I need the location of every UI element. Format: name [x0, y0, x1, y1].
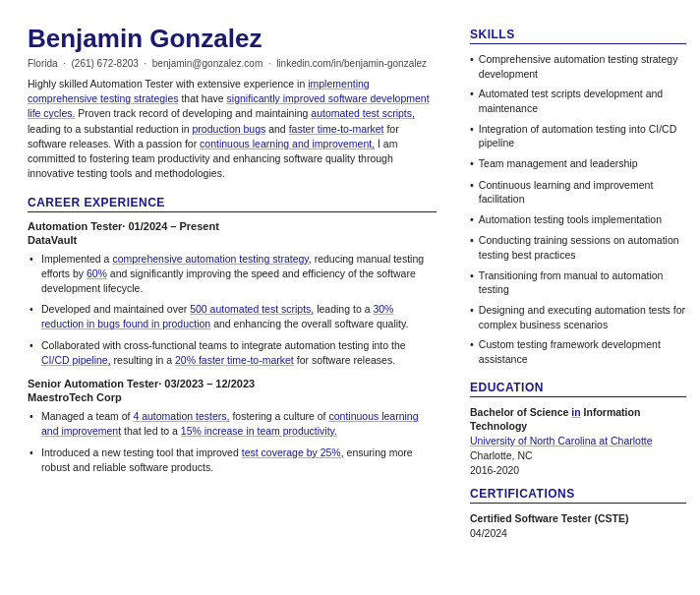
skill-text-3: Integration of automation testing into C…	[479, 122, 686, 150]
skill-item-5: • Continuous learning and improvement fa…	[470, 178, 686, 207]
right-column: SKILLS • Comprehensive automation testin…	[460, 24, 686, 539]
skill-bullet-1: •	[470, 52, 474, 67]
job2-bullets: Managed a team of 4 automation testers, …	[28, 409, 437, 475]
skill-text-6: Automation testing tools implementation	[479, 212, 662, 227]
skill-bullet-8: •	[470, 268, 474, 283]
job2-bullet-1: Managed a team of 4 automation testers, …	[28, 409, 437, 439]
skill-text-2: Automated test scripts development and m…	[479, 87, 686, 115]
company-2: MaestroTech Corp	[28, 391, 437, 403]
skill-item-6: • Automation testing tools implementatio…	[470, 212, 686, 227]
skill-item-2: • Automated test scripts development and…	[470, 87, 686, 115]
skill-item-7: • Conducting training sessions on automa…	[470, 233, 686, 262]
education-section: EDUCATION Bachelor of Science in Informa…	[470, 381, 686, 477]
left-column: Benjamin Gonzalez Florida · (261) 672-82…	[28, 24, 460, 539]
skill-bullet-2: •	[470, 87, 474, 101]
skill-text-8: Transitioning from manual to automation …	[479, 268, 686, 297]
certifications-title: CERTIFICATIONS	[470, 487, 686, 504]
skill-item-8: • Transitioning from manual to automatio…	[470, 268, 686, 297]
skill-bullet-6: •	[470, 212, 474, 227]
cert-name-1: Certified Software Tester (CSTE)	[470, 512, 628, 524]
skill-text-5: Continuous learning and improvement faci…	[479, 178, 686, 207]
skill-item-10: • Custom testing framework development a…	[470, 337, 686, 366]
skill-item-3: • Integration of automation testing into…	[470, 122, 686, 150]
skill-bullet-4: •	[470, 156, 474, 171]
job1-bullet-3: Collaborated with cross-functional teams…	[28, 338, 437, 368]
location: Florida	[28, 58, 58, 69]
job1-bullets: Implemented a comprehensive automation t…	[28, 252, 437, 369]
skill-item-1: • Comprehensive automation testing strat…	[470, 52, 686, 81]
job2-title: Senior Automation Tester·	[28, 378, 161, 389]
skill-text-9: Designing and executing automation tests…	[479, 303, 686, 331]
skill-item-4: • Team management and leadership	[470, 156, 686, 171]
skill-bullet-5: •	[470, 178, 474, 193]
job2-bullet-2: Introduced a new testing tool that impro…	[28, 446, 437, 475]
skill-bullet-10: •	[470, 337, 474, 352]
job1-dates: 01/2024 – Present	[128, 220, 218, 232]
job1-bullet-2: Developed and maintained over 500 automa…	[28, 302, 437, 331]
skill-bullet-3: •	[470, 122, 474, 137]
skill-text-10: Custom testing framework development ass…	[479, 337, 686, 366]
skill-item-9: • Designing and executing automation tes…	[470, 303, 686, 331]
skill-bullet-7: •	[470, 233, 474, 248]
certifications-section: CERTIFICATIONS Certified Software Tester…	[470, 487, 686, 539]
education-title: EDUCATION	[470, 381, 686, 397]
career-experience-title: CAREER EXPERIENCE	[28, 196, 437, 212]
candidate-name: Benjamin Gonzalez	[28, 24, 437, 54]
cert-date-1: 04/2024	[470, 527, 686, 539]
edu-dates: 2016-2020	[470, 463, 686, 478]
job2-dates: 03/2023 – 12/2023	[164, 378, 255, 389]
linkedin: linkedin.com/in/benjamin-gonzalez	[276, 58, 427, 69]
skill-text-1: Comprehensive automation testing strateg…	[479, 52, 686, 81]
phone: (261) 672-8203	[71, 58, 138, 69]
skill-text-4: Team management and leadership	[479, 156, 638, 171]
job-title-1: Automation Tester· 01/2024 – Present	[28, 220, 437, 232]
edu-degree: Bachelor of Science in Information Techn…	[470, 405, 686, 434]
page-container: Benjamin Gonzalez Florida · (261) 672-82…	[0, 0, 700, 559]
email: benjamin@gonzalez.com	[152, 58, 262, 69]
skill-text-7: Conducting training sessions on automati…	[479, 233, 686, 262]
edu-location: Charlotte, NC	[470, 448, 686, 463]
skills-section: SKILLS • Comprehensive automation testin…	[470, 28, 686, 367]
cert-item-1: Certified Software Tester (CSTE)	[470, 511, 686, 527]
contact-line: Florida · (261) 672-8203 · benjamin@gonz…	[28, 58, 437, 69]
edu-school: University of North Carolina at Charlott…	[470, 434, 686, 448]
skill-bullet-9: •	[470, 303, 474, 318]
job1-title: Automation Tester·	[28, 220, 125, 232]
skills-title: SKILLS	[470, 28, 686, 44]
summary-text: Highly skilled Automation Tester with ex…	[28, 77, 437, 182]
job1-bullet-1: Implemented a comprehensive automation t…	[28, 252, 437, 297]
job-title-2: Senior Automation Tester· 03/2023 – 12/2…	[28, 378, 437, 389]
company-1: DataVault	[28, 234, 437, 246]
